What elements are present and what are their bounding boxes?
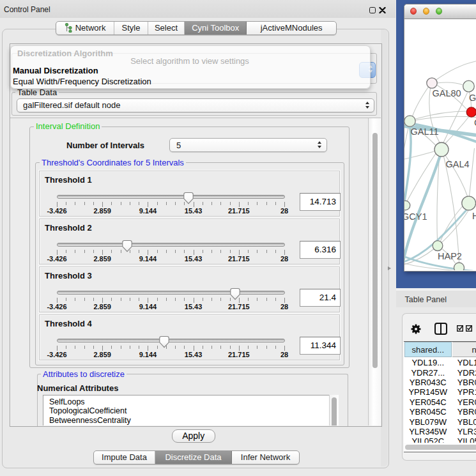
- svg-text:GAL4: GAL4: [445, 159, 469, 169]
- svg-text:GCY1: GCY1: [404, 211, 427, 222]
- svg-text:GAL80: GAL80: [432, 88, 461, 98]
- svg-text:HI: HI: [472, 211, 476, 221]
- svg-text:CY: CY: [474, 118, 476, 128]
- svg-text:GA: GA: [469, 93, 476, 103]
- svg-text:HAP2: HAP2: [438, 251, 462, 261]
- svg-text:GAL11: GAL11: [410, 127, 438, 137]
